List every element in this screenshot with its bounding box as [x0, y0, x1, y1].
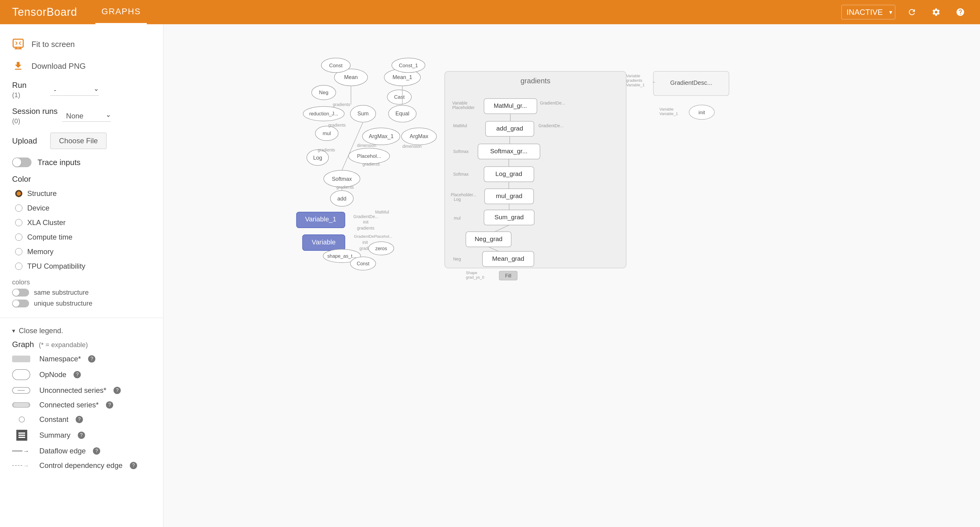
dataflow-help-icon[interactable]: ?	[93, 447, 100, 455]
fit-to-screen-row[interactable]: Fit to screen	[0, 33, 163, 55]
svg-text:Const: Const	[357, 261, 369, 266]
divider	[0, 318, 163, 318]
status-select[interactable]: INACTIVE ACTIVE	[842, 5, 895, 19]
choose-file-button[interactable]: Choose File	[50, 133, 107, 149]
legend-opnode: OpNode ?	[0, 366, 163, 383]
header-nav: GRAPHS	[95, 0, 147, 24]
svg-text:Variable_1: Variable_1	[626, 83, 645, 87]
color-memory-radio[interactable]	[15, 248, 22, 256]
upload-row: Upload Choose File	[0, 129, 163, 153]
svg-text:init: init	[363, 240, 368, 245]
svg-text:GradientDePlacehol...: GradientDePlacehol...	[354, 234, 393, 239]
main-layout: Fit to screen Download PNG Run (1) -	[0, 24, 980, 527]
graph-svg: Mean Mean_1 Const Const_1 Neg Cast reduc…	[164, 24, 980, 527]
svg-rect-0	[13, 39, 23, 47]
close-legend-button[interactable]: ▾ Close legend.	[12, 326, 63, 335]
connected-help-icon[interactable]: ?	[106, 401, 113, 409]
app-title: TensorBoard	[12, 6, 77, 19]
svg-text:MatMul: MatMul	[375, 209, 389, 214]
session-runs-select[interactable]: None	[62, 110, 111, 122]
svg-text:Mean_grad: Mean_grad	[492, 255, 524, 262]
color-xla-radio[interactable]	[15, 219, 22, 226]
session-runs-row: Session runs (0) None	[0, 103, 163, 129]
trace-inputs-toggle[interactable]	[12, 158, 32, 167]
summary-shape	[16, 430, 27, 441]
help-icon	[956, 8, 965, 17]
summary-help-icon[interactable]: ?	[78, 431, 85, 439]
svg-text:Placeholder...: Placeholder...	[451, 192, 476, 197]
color-compute-radio[interactable]	[15, 233, 22, 241]
color-section-label: Color	[12, 174, 151, 184]
legend-constant: Constant ?	[0, 412, 163, 427]
svg-text:ArgMax_1: ArgMax_1	[369, 133, 394, 140]
svg-text:gradients: gradients	[328, 123, 346, 128]
svg-text:grad_ys_0: grad_ys_0	[466, 275, 484, 279]
svg-text:gradients: gradients	[520, 77, 550, 85]
unique-substructure-knob	[13, 300, 19, 307]
constant-label: Constant	[39, 415, 68, 424]
graphs-nav-item[interactable]: GRAPHS	[95, 0, 147, 24]
color-structure-label: Structure	[27, 189, 57, 198]
trace-inputs-label: Trace inputs	[38, 158, 81, 167]
refresh-icon	[907, 8, 916, 17]
svg-text:gradients: gradients	[318, 147, 335, 152]
same-substructure-knob	[13, 289, 19, 296]
download-png-row[interactable]: Download PNG	[0, 55, 163, 77]
unique-substructure-toggle[interactable]	[12, 300, 29, 307]
download-icon-wrapper	[12, 60, 24, 72]
svg-text:zeros: zeros	[375, 246, 387, 251]
chevron-down-icon: ▾	[12, 327, 15, 334]
svg-text:init: init	[698, 110, 705, 115]
svg-text:gradients: gradients	[333, 102, 350, 107]
color-xla-label: XLA Cluster	[27, 218, 66, 227]
namespace-label: Namespace*	[39, 355, 81, 363]
svg-text:Softmax_gr...: Softmax_gr...	[490, 147, 528, 155]
color-structure-radio[interactable]	[15, 190, 22, 197]
upload-label: Upload	[12, 136, 45, 146]
run-select[interactable]: -	[50, 84, 99, 96]
svg-text:Equal: Equal	[395, 110, 409, 117]
same-substructure-toggle[interactable]	[12, 289, 29, 297]
run-row: Run (1) -	[0, 77, 163, 103]
control-help-icon[interactable]: ?	[130, 462, 137, 469]
run-sublabel: (1)	[12, 91, 20, 99]
svg-text:GradientDesc...: GradientDesc...	[670, 79, 712, 86]
settings-button[interactable]	[929, 5, 944, 20]
help-button[interactable]	[953, 5, 968, 20]
svg-text:Variable: Variable	[452, 101, 467, 105]
legend-summary: Summary ?	[0, 427, 163, 444]
expandable-note: (* = expandable)	[39, 341, 88, 349]
unconnected-shape	[12, 387, 30, 394]
settings-icon	[932, 8, 941, 17]
svg-text:gradients: gradients	[337, 185, 354, 190]
color-device-radio[interactable]	[15, 204, 22, 212]
color-compute-label: Compute time	[27, 233, 72, 241]
svg-text:Const_1: Const_1	[399, 63, 418, 69]
svg-text:Log_grad: Log_grad	[495, 170, 522, 177]
session-runs-sublabel: (0)	[12, 117, 20, 125]
svg-text:Variable_1: Variable_1	[660, 112, 678, 116]
color-tpu-label: TPU Compatibility	[27, 262, 85, 270]
status-selector[interactable]: INACTIVE ACTIVE ▾	[842, 5, 895, 19]
svg-text:Mean: Mean	[344, 74, 358, 80]
svg-text:mul: mul	[454, 216, 461, 220]
constant-shape	[19, 417, 25, 423]
svg-text:Placehol...: Placehol...	[357, 153, 381, 159]
svg-text:Log: Log	[313, 155, 322, 161]
svg-text:Softmax: Softmax	[453, 149, 469, 154]
graph-area[interactable]: Mean Mean_1 Const Const_1 Neg Cast reduc…	[164, 24, 980, 527]
svg-text:init: init	[363, 220, 369, 224]
unconnected-help-icon[interactable]: ?	[113, 387, 121, 394]
color-device-label: Device	[27, 204, 49, 212]
svg-text:Neg_grad: Neg_grad	[474, 235, 503, 243]
namespace-help-icon[interactable]: ?	[88, 355, 95, 363]
svg-text:GradientDe...: GradientDe...	[353, 214, 379, 219]
color-tpu-radio[interactable]	[15, 263, 22, 270]
refresh-button[interactable]	[904, 5, 920, 20]
svg-text:mul_grad: mul_grad	[496, 192, 522, 200]
constant-help-icon[interactable]: ?	[76, 416, 83, 423]
fit-to-screen-label: Fit to screen	[32, 40, 75, 49]
svg-text:gradients: gradients	[626, 78, 643, 83]
sidebar: Fit to screen Download PNG Run (1) -	[0, 24, 164, 527]
opnode-help-icon[interactable]: ?	[73, 371, 81, 378]
